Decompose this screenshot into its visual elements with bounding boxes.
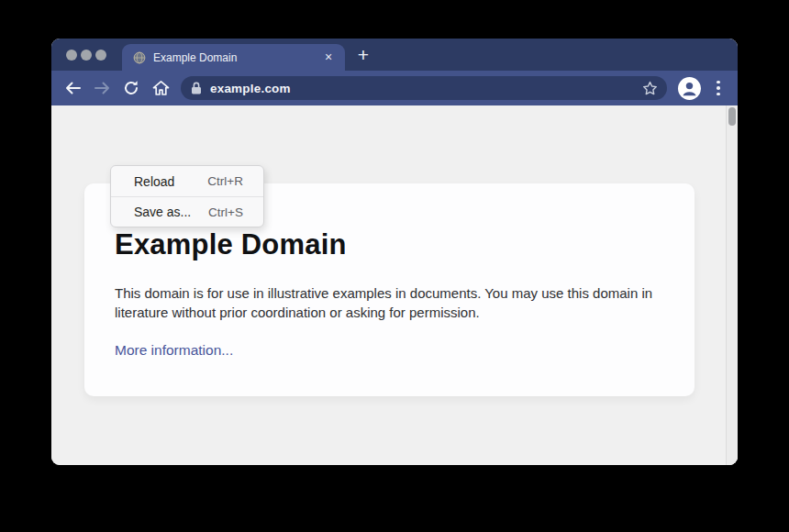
context-menu-item-save-as[interactable]: Save as... Ctrl+S [111, 196, 263, 227]
person-icon [678, 77, 701, 100]
maximize-window-button[interactable] [95, 50, 106, 61]
arrow-right-icon [94, 81, 111, 95]
back-button[interactable] [63, 79, 82, 97]
more-information-link[interactable]: More information... [115, 342, 233, 359]
tab-example-domain[interactable]: Example Domain × [122, 44, 345, 71]
home-icon [152, 80, 170, 96]
page-viewport: Example Domain This domain is for use in… [51, 105, 738, 465]
browser-toolbar: example.com [51, 71, 738, 105]
vertical-scrollbar[interactable] [726, 105, 738, 465]
bookmark-star-icon[interactable] [642, 81, 658, 96]
home-button[interactable] [151, 79, 170, 97]
forward-button[interactable] [93, 79, 111, 97]
scrollbar-thumb[interactable] [728, 107, 736, 126]
browser-window: Example Domain × + [51, 39, 738, 465]
traffic-lights [66, 39, 106, 71]
close-window-button[interactable] [66, 50, 77, 61]
titlebar: Example Domain × + [51, 39, 738, 71]
lock-icon [191, 82, 202, 94]
profile-avatar-button[interactable] [678, 77, 701, 100]
minimize-window-button[interactable] [81, 50, 92, 61]
reload-button[interactable] [122, 79, 140, 97]
menu-item-shortcut: Ctrl+S [208, 205, 243, 219]
kebab-dot [717, 81, 720, 84]
page-body-text: This domain is for use in illustrative e… [115, 283, 654, 322]
address-bar[interactable]: example.com [181, 76, 667, 100]
menu-item-shortcut: Ctrl+R [207, 174, 243, 188]
tab-title: Example Domain [153, 51, 321, 64]
context-menu-item-reload[interactable]: Reload Ctrl+R [111, 166, 263, 196]
kebab-dot [717, 93, 720, 96]
menu-item-label: Reload [134, 174, 207, 189]
globe-icon [133, 51, 146, 64]
context-menu: Reload Ctrl+R Save as... Ctrl+S [110, 165, 264, 227]
reload-icon [123, 80, 139, 96]
kebab-dot [717, 86, 720, 90]
page-title: Example Domain [115, 227, 664, 261]
tab-close-icon[interactable]: × [321, 50, 336, 65]
new-tab-button[interactable]: + [351, 43, 375, 67]
browser-menu-button[interactable] [712, 79, 725, 97]
url-text: example.com [210, 82, 642, 95]
menu-item-label: Save as... [134, 205, 208, 219]
arrow-left-icon [64, 81, 82, 95]
